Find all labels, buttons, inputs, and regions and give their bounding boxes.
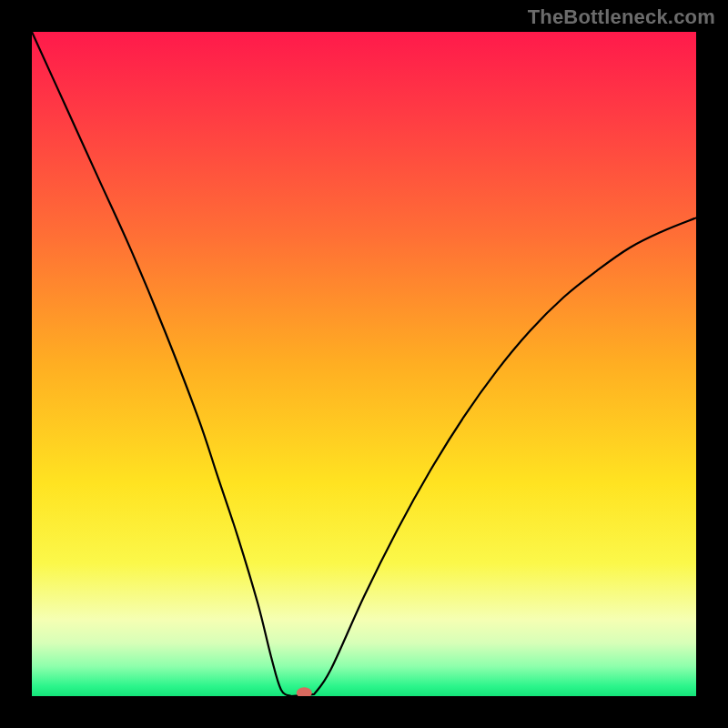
chart-frame: TheBottleneck.com bbox=[0, 0, 728, 728]
gradient-plot bbox=[32, 32, 696, 696]
attribution-text: TheBottleneck.com bbox=[528, 5, 715, 29]
plot-area bbox=[32, 32, 696, 696]
